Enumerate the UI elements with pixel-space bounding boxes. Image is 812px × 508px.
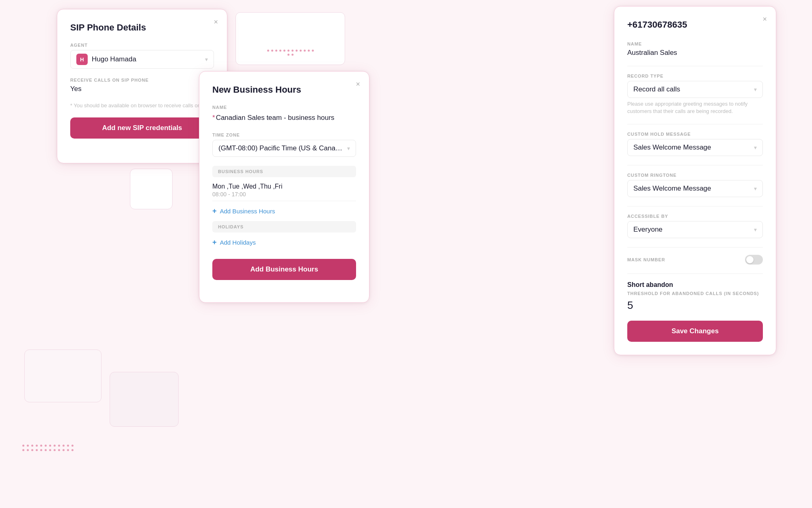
biz-name-value: *Canadian Sales team - business hours <box>212 112 356 124</box>
add-holidays-link-label: Add Holidays <box>220 239 256 246</box>
mask-number-toggle[interactable] <box>745 255 763 265</box>
top-placeholder-card <box>235 12 345 65</box>
custom-hold-field-group: CUSTOM HOLD MESSAGE Sales Welcome Messag… <box>627 132 763 156</box>
custom-ringtone-chevron-down-icon: ▾ <box>754 185 757 192</box>
divider-4 <box>627 206 763 206</box>
custom-ringtone-selector[interactable]: Sales Welcome Message ▾ <box>627 180 763 197</box>
custom-ringtone-value: Sales Welcome Message <box>633 185 711 193</box>
biz-days: Mon ,Tue ,Wed ,Thu ,Fri <box>212 183 356 190</box>
small-placeholder-right <box>130 169 173 209</box>
biz-modal-footer: Add Business Hours <box>212 259 356 280</box>
accessible-by-value: Everyone <box>633 226 663 234</box>
accessible-by-field-group: ACCESSIBLE BY Everyone ▾ <box>627 214 763 238</box>
timezone-value: (GMT-08:00) Pacific Time (US & Cana… <box>218 144 342 152</box>
save-changes-button[interactable]: Save Changes <box>627 321 763 342</box>
add-business-hours-button[interactable]: Add Business Hours <box>212 259 356 280</box>
custom-hold-chevron-down-icon: ▾ <box>754 144 757 151</box>
biz-time: 08:00 - 17:00 <box>212 191 356 198</box>
record-type-field-group: RECORD TYPE Record all calls ▾ Please us… <box>627 74 763 115</box>
add-hours-plus-icon: + <box>212 207 217 215</box>
custom-ringtone-field-group: CUSTOM RINGTONE Sales Welcome Message ▾ <box>627 173 763 197</box>
holidays-section-header: HOLIDAYS <box>212 221 356 232</box>
timezone-field-group: TIME ZONE (GMT-08:00) Pacific Time (US &… <box>212 132 356 157</box>
add-business-hours-link[interactable]: + Add Business Hours <box>212 201 356 221</box>
agent-avatar: H <box>76 54 88 65</box>
inner-dot-grid <box>266 50 315 56</box>
receive-calls-label: RECEIVE CALLS ON SIP PHONE <box>70 78 214 82</box>
custom-hold-label: CUSTOM HOLD MESSAGE <box>627 132 763 137</box>
receive-calls-value: Yes <box>70 85 214 93</box>
business-hours-entry: Mon ,Tue ,Wed ,Thu ,Fri 08:00 - 17:00 <box>212 177 356 201</box>
dot-grid-bottom <box>22 445 73 451</box>
business-hours-modal: × New Business Hours NAME *Canadian Sale… <box>199 71 369 303</box>
accessible-by-label: ACCESSIBLE BY <box>627 214 763 219</box>
agent-label: AGENT <box>70 43 214 48</box>
name-field-group: NAME Australian Sales <box>627 41 763 57</box>
short-abandon-label: Short abandon <box>627 281 763 289</box>
agent-chevron-down-icon: ▾ <box>205 56 208 63</box>
short-abandon-sub-label: Threshold for abandoned calls (in second… <box>627 291 763 296</box>
add-holidays-link[interactable]: + Add Holidays <box>212 232 356 252</box>
mask-number-field-group: MASK NUMBER <box>627 255 763 265</box>
biz-name-field-group: NAME *Canadian Sales team - business hou… <box>212 105 356 124</box>
divider-5 <box>627 247 763 247</box>
divider-6 <box>627 274 763 274</box>
small-placeholder-bottom-left <box>24 350 102 402</box>
add-holidays-plus-icon: + <box>212 238 217 247</box>
biz-modal-title: New Business Hours <box>212 85 356 95</box>
sip-modal-title: SIP Phone Details <box>70 22 214 33</box>
name-value: Australian Sales <box>627 49 763 57</box>
short-abandon-value: 5 <box>627 299 763 312</box>
accessible-by-chevron-down-icon: ▾ <box>754 226 757 233</box>
record-type-chevron-down-icon: ▾ <box>754 86 757 93</box>
record-type-value: Record all calls <box>633 85 680 93</box>
biz-modal-close-button[interactable]: × <box>354 79 362 89</box>
custom-hold-value: Sales Welcome Message <box>633 143 711 152</box>
agent-name: Hugo Hamada <box>92 55 201 63</box>
number-modal-close-button[interactable]: × <box>761 14 769 24</box>
add-sip-credentials-button[interactable]: Add new SIP credentials <box>70 117 214 139</box>
sip-note-text: * You should be available on browser to … <box>70 102 214 109</box>
record-type-label: RECORD TYPE <box>627 74 763 78</box>
receive-calls-field-group: RECEIVE CALLS ON SIP PHONE Yes <box>70 78 214 93</box>
divider-2 <box>627 124 763 124</box>
short-abandon-field-group: Short abandon Threshold for abandoned ca… <box>627 281 763 312</box>
number-details-modal: × +61730678635 NAME Australian Sales REC… <box>614 6 776 355</box>
accessible-by-selector[interactable]: Everyone ▾ <box>627 221 763 238</box>
timezone-chevron-down-icon: ▾ <box>347 145 350 152</box>
custom-ringtone-label: CUSTOM RINGTONE <box>627 173 763 178</box>
biz-name-required-asterisk: * <box>212 114 215 122</box>
timezone-selector[interactable]: (GMT-08:00) Pacific Time (US & Cana… ▾ <box>212 140 356 157</box>
biz-name-label: NAME <box>212 105 356 110</box>
timezone-label: TIME ZONE <box>212 132 356 137</box>
agent-field-group: AGENT H Hugo Hamada ▾ <box>70 43 214 69</box>
divider-3 <box>627 165 763 165</box>
small-placeholder-center-bottom <box>110 372 179 427</box>
name-label: NAME <box>627 41 763 46</box>
record-note-text: Please use appropriate greeting messages… <box>627 100 763 115</box>
mask-number-label: MASK NUMBER <box>627 257 665 262</box>
agent-selector[interactable]: H Hugo Hamada ▾ <box>70 50 214 69</box>
business-hours-section-header: BUSINESS HOURS <box>212 166 356 177</box>
record-type-selector[interactable]: Record all calls ▾ <box>627 81 763 98</box>
add-hours-link-label: Add Business Hours <box>220 208 275 215</box>
divider-1 <box>627 66 763 66</box>
sip-modal-close-button[interactable]: × <box>212 17 220 27</box>
phone-number-title: +61730678635 <box>627 20 763 30</box>
custom-hold-selector[interactable]: Sales Welcome Message ▾ <box>627 139 763 156</box>
